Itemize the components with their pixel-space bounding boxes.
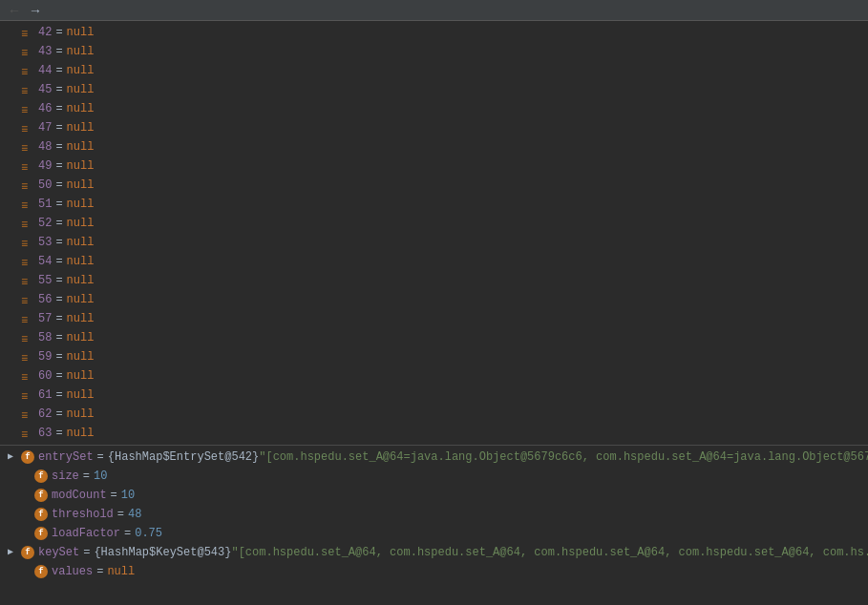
null-entry-row: 43 = null xyxy=(0,42,868,61)
values-value: null xyxy=(107,563,135,580)
null-entry-row: 59 = null xyxy=(0,347,868,366)
null-entry-value-46: null xyxy=(67,100,95,117)
modcount-equals: = xyxy=(111,487,117,504)
field-icon-size: f xyxy=(34,469,48,483)
null-entry-name-45: 45 xyxy=(38,81,52,98)
back-button[interactable]: ← xyxy=(6,4,23,17)
null-entry-row: 55 = null xyxy=(0,271,868,290)
null-entry-value-50: null xyxy=(67,177,95,194)
null-entry-value-45: null xyxy=(67,81,95,98)
null-entry-equals-49: = xyxy=(55,157,62,175)
null-entry-name-53: 53 xyxy=(38,234,52,251)
null-entry-equals-58: = xyxy=(55,329,62,346)
null-entry-row: 53 = null xyxy=(0,233,868,252)
null-entry-row: 45 = null xyxy=(0,80,868,99)
null-entry-row: 52 = null xyxy=(0,214,868,233)
null-rows-container: 42 = null 43 = null 44 = null 45 = null … xyxy=(0,23,868,443)
null-entry-row: 47 = null xyxy=(0,118,868,137)
null-entry-value-57: null xyxy=(67,310,95,327)
null-entry-row: 60 = null xyxy=(0,366,868,386)
mod-count-row: f modCount = 10 xyxy=(0,486,868,505)
null-entry-value-44: null xyxy=(67,62,95,79)
entry-set-type: {HashMap$EntrySet@542} xyxy=(108,449,259,466)
null-entry-equals-62: = xyxy=(55,406,62,423)
null-entry-equals-63: = xyxy=(55,425,62,442)
null-entry-row: 63 = null xyxy=(0,424,868,443)
null-entry-name-51: 51 xyxy=(38,196,52,213)
null-entry-equals-45: = xyxy=(55,81,62,98)
lines-icon-43 xyxy=(21,45,34,58)
null-entry-row: 58 = null xyxy=(0,328,868,347)
lines-icon-44 xyxy=(21,64,34,77)
null-entry-name-43: 43 xyxy=(38,43,52,60)
null-entry-equals-59: = xyxy=(55,348,62,365)
keyset-preview: "[com.hspedu.set_A@64, com.hspedu.set_A@… xyxy=(231,544,868,561)
null-entry-row: 57 = null xyxy=(0,309,868,328)
null-entry-equals-55: = xyxy=(55,272,62,289)
null-entry-equals-54: = xyxy=(55,253,62,270)
field-icon-entry-set: f xyxy=(21,450,34,464)
threshold-value: 48 xyxy=(128,506,141,523)
lines-icon-61 xyxy=(21,388,34,402)
load-factor-row: f loadFactor = 0.75 xyxy=(0,524,868,543)
null-entry-equals-47: = xyxy=(55,119,62,136)
null-entry-equals-43: = xyxy=(55,43,62,60)
null-entry-value-43: null xyxy=(67,43,95,60)
null-entry-equals-42: = xyxy=(55,24,62,41)
null-entry-equals-61: = xyxy=(55,386,62,404)
null-entry-row: 61 = null xyxy=(0,386,868,405)
null-entry-equals-48: = xyxy=(55,138,62,156)
lines-icon-63 xyxy=(21,427,34,440)
null-entry-equals-57: = xyxy=(55,310,62,327)
threshold-name: threshold xyxy=(52,506,114,523)
null-entry-name-56: 56 xyxy=(38,291,52,308)
key-set-row[interactable]: ▶ f keySet = {HashMap$KeySet@543} "[com.… xyxy=(0,543,868,562)
modcount-value: 10 xyxy=(121,487,135,504)
field-icon-loadfactor: f xyxy=(34,527,48,540)
section-divider xyxy=(0,445,868,446)
null-entry-name-50: 50 xyxy=(38,177,52,194)
entry-set-equals: = xyxy=(97,449,104,466)
field-icon-values: f xyxy=(34,565,48,578)
field-icon-modcount: f xyxy=(34,489,48,502)
null-entry-value-54: null xyxy=(67,253,95,270)
null-entry-name-60: 60 xyxy=(38,367,52,385)
null-entry-name-61: 61 xyxy=(38,386,52,404)
null-entry-name-48: 48 xyxy=(38,138,52,156)
null-entry-name-42: 42 xyxy=(38,24,52,41)
size-equals: = xyxy=(83,468,90,485)
null-entry-value-48: null xyxy=(67,138,95,156)
null-entry-value-62: null xyxy=(67,406,95,423)
forward-button[interactable]: → xyxy=(27,4,44,17)
null-entry-value-49: null xyxy=(67,157,95,175)
null-entry-row: 54 = null xyxy=(0,252,868,271)
lines-icon-54 xyxy=(21,255,34,268)
keyset-name: keySet xyxy=(38,544,79,561)
entry-set-name: entrySet xyxy=(38,449,94,466)
entry-set-row[interactable]: ▶ f entrySet = {HashMap$EntrySet@542} "[… xyxy=(0,448,868,467)
values-row: f values = null xyxy=(0,562,868,581)
lines-icon-58 xyxy=(21,331,34,344)
threshold-equals: = xyxy=(117,506,124,523)
debugger-panel: ← → 42 = null 43 = null 44 = null 45 xyxy=(0,0,868,605)
null-entry-equals-60: = xyxy=(55,367,62,385)
values-name: values xyxy=(52,563,93,580)
lines-icon-55 xyxy=(21,274,34,287)
null-entry-value-61: null xyxy=(67,386,95,404)
lines-icon-42 xyxy=(21,26,34,39)
loadfactor-equals: = xyxy=(124,525,131,542)
null-entry-equals-46: = xyxy=(55,100,62,117)
lines-icon-56 xyxy=(21,293,34,306)
lines-icon-59 xyxy=(21,350,34,364)
null-entry-value-42: null xyxy=(67,24,95,41)
null-entry-row: 46 = null xyxy=(0,99,868,118)
null-entry-value-63: null xyxy=(67,425,95,442)
loadfactor-value: 0.75 xyxy=(135,525,162,542)
lines-icon-47 xyxy=(21,121,34,135)
lines-icon-53 xyxy=(21,236,34,249)
variable-list: 42 = null 43 = null 44 = null 45 = null … xyxy=(0,21,868,583)
lines-icon-51 xyxy=(21,198,34,211)
size-value: 10 xyxy=(94,468,107,485)
null-entry-row: 62 = null xyxy=(0,405,868,424)
null-entry-value-53: null xyxy=(67,234,95,251)
